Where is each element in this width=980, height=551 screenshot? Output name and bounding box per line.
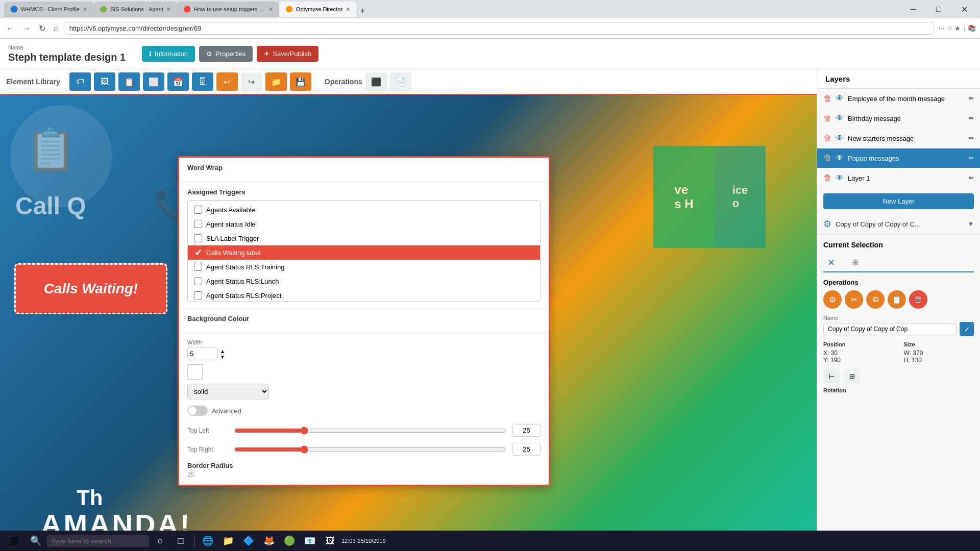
cs-align-center-button[interactable]: ⊞ [844, 369, 860, 383]
trigger-agents-available[interactable]: Agents Available [188, 203, 540, 217]
start-button[interactable]: ⊞ [4, 531, 24, 551]
trigger-calls-waiting[interactable]: Calls Waiting label [188, 245, 540, 260]
trigger-sla-cb[interactable] [194, 234, 202, 242]
layer-new-starters-eye-icon[interactable]: 👁 [836, 134, 844, 143]
new-layer-button[interactable]: New Layer [823, 193, 974, 209]
tab-whmcs-close[interactable]: ✕ [83, 6, 87, 13]
trigger-agents-available-cb[interactable] [194, 206, 202, 214]
layer-1-delete-icon[interactable]: 🗑 [823, 173, 831, 183]
layer-1-eye-icon[interactable]: 👁 [836, 173, 844, 183]
trigger-rls-project-cb[interactable] [194, 291, 202, 299]
cs-tab-style[interactable]: ❋ [847, 254, 863, 271]
top-left-input[interactable] [512, 424, 541, 437]
top-left-slider[interactable] [234, 427, 506, 435]
layer-employee-eye-icon[interactable]: 👁 [836, 94, 844, 103]
minimize-button[interactable]: ─ [901, 2, 925, 17]
tab-sis[interactable]: 🟢 SIS Solutions - Agent ✕ [93, 2, 177, 17]
advanced-toggle-switch[interactable] [187, 406, 208, 416]
lib-btn-shape[interactable]: ⬜ [143, 72, 164, 91]
trigger-agent-idle-cb[interactable] [194, 220, 202, 228]
lib-btn-op1[interactable]: ⬛ [365, 72, 387, 91]
back-button[interactable]: ← [4, 22, 16, 35]
home-button[interactable]: ⌂ [52, 22, 61, 35]
layer-new-starters-edit-icon[interactable]: ✏ [969, 135, 974, 142]
lib-btn-tag[interactable]: 🏷 [69, 72, 91, 91]
layer-new-starters-delete-icon[interactable]: 🗑 [823, 134, 831, 143]
taskbar-cortana-icon[interactable]: ○ [151, 532, 169, 550]
tab-sis-close[interactable]: ✕ [166, 6, 171, 13]
border-color-swatch[interactable] [187, 364, 203, 380]
layer-birthday-edit-icon[interactable]: ✏ [969, 115, 974, 122]
copy-settings-icon[interactable]: ⚙ [823, 218, 831, 230]
taskbar-ie-icon[interactable]: 🌐 [199, 532, 217, 550]
url-input[interactable] [65, 22, 934, 35]
taskbar-ps-icon[interactable]: 🖼 [321, 532, 339, 550]
close-button[interactable]: ✕ [952, 2, 976, 17]
tab-howto-close[interactable]: ✕ [268, 6, 273, 13]
reload-button[interactable]: ↻ [37, 21, 47, 35]
properties-button[interactable]: ⚙ Properties [199, 46, 253, 62]
cs-op-delete-button[interactable]: 🗑 [909, 290, 927, 309]
taskbar-firefox-icon[interactable]: 🦊 [260, 532, 278, 550]
taskbar-outlook-icon[interactable]: 📧 [301, 532, 319, 550]
cs-op-cut-button[interactable]: ✂ [845, 290, 863, 309]
layer-birthday[interactable]: 🗑 👁 Birthday message ✏ [817, 109, 980, 129]
forward-button[interactable]: → [20, 22, 33, 35]
tab-whmcs[interactable]: 🔵 WHMCS - Client Profile ✕ [4, 2, 93, 17]
tab-optymyse[interactable]: 🟠 Optymyse Director ✕ [279, 2, 356, 17]
taskbar-edge-icon[interactable]: 🔷 [239, 532, 258, 550]
new-tab-button[interactable]: + [356, 5, 369, 17]
layer-new-starters[interactable]: 🗑 👁 New starters message ✏ [817, 129, 980, 148]
copy-dropdown-icon[interactable]: ▼ [968, 220, 974, 228]
taskbar-chrome-icon[interactable]: 🟢 [280, 532, 299, 550]
lib-btn-image[interactable]: 🖼 [94, 72, 115, 91]
trigger-calls-waiting-cb[interactable] [194, 248, 202, 257]
top-right-input[interactable] [512, 443, 541, 456]
trigger-sla[interactable]: SLA Label Trigger [188, 231, 540, 245]
maximize-button[interactable]: □ [927, 2, 950, 17]
tab-howto[interactable]: 🔴 How to use setup triggers - ste... ✕ [177, 2, 279, 17]
top-right-slider[interactable] [234, 445, 506, 454]
layer-birthday-delete-icon[interactable]: 🗑 [823, 114, 831, 123]
cs-op-gear-button[interactable]: ⚙ [823, 290, 842, 309]
layer-popup-delete-icon[interactable]: 🗑 [823, 154, 831, 163]
lib-btn-table[interactable]: 📋 [118, 72, 140, 91]
lib-btn-calendar[interactable]: 📅 [167, 72, 189, 91]
trigger-agent-idle[interactable]: Agent status Idle [188, 217, 540, 231]
cs-name-confirm-button[interactable]: ✓ [960, 322, 974, 336]
cs-op-paste-button[interactable]: 📋 [888, 290, 906, 309]
information-button[interactable]: ℹ Information [142, 46, 195, 62]
width-input[interactable] [187, 347, 218, 360]
layer-employee[interactable]: 🗑 👁 Employee of the month message ✏ [817, 89, 980, 109]
layer-1[interactable]: 🗑 👁 Layer 1 ✏ [817, 168, 980, 188]
lib-btn-folder[interactable]: 📁 [265, 72, 287, 91]
width-spinner[interactable]: ▲▼ [220, 348, 225, 360]
lib-btn-database[interactable]: 🗄 [192, 72, 213, 91]
cs-align-left-button[interactable]: ⊢ [823, 369, 840, 383]
trigger-rls-lunch[interactable]: Agent Status RLS:Lunch [188, 274, 540, 288]
taskbar-taskview-icon[interactable]: □ [172, 532, 190, 550]
trigger-rls-training[interactable]: Agent Status RLS:Training [188, 260, 540, 274]
layer-employee-edit-icon[interactable]: ✏ [969, 95, 974, 102]
triggers-list[interactable]: Agents Available Agent status Idle SLA L… [187, 200, 541, 302]
tab-optymyse-close[interactable]: ✕ [346, 6, 350, 13]
trigger-rls-lunch-cb[interactable] [194, 277, 202, 285]
trigger-rls-training-cb[interactable] [194, 263, 202, 271]
layer-birthday-eye-icon[interactable]: 👁 [836, 114, 844, 123]
lib-btn-op2[interactable]: 📄 [390, 72, 411, 91]
save-publish-button[interactable]: ✈ Save/Publish [257, 46, 318, 62]
lib-btn-redo[interactable]: ↪ [241, 72, 262, 91]
layer-popup[interactable]: 🗑 👁 Popup messages ✏ [817, 148, 980, 168]
layer-popup-eye-icon[interactable]: 👁 [836, 154, 844, 163]
taskbar-folder-icon[interactable]: 📁 [219, 532, 237, 550]
layer-1-edit-icon[interactable]: ✏ [969, 174, 974, 182]
layer-popup-edit-icon[interactable]: ✏ [969, 155, 974, 162]
lib-btn-undo[interactable]: ↩ [216, 72, 238, 91]
layer-employee-delete-icon[interactable]: 🗑 [823, 94, 831, 103]
cs-name-input[interactable] [823, 323, 957, 335]
trigger-rls-project[interactable]: Agent Status RLS:Project [188, 288, 540, 302]
cs-op-copy-button[interactable]: ⧉ [866, 290, 885, 309]
lib-btn-save[interactable]: 💾 [290, 72, 311, 91]
taskbar-search-icon[interactable]: 🔍 [27, 532, 45, 550]
taskbar-search-input[interactable] [47, 535, 149, 547]
